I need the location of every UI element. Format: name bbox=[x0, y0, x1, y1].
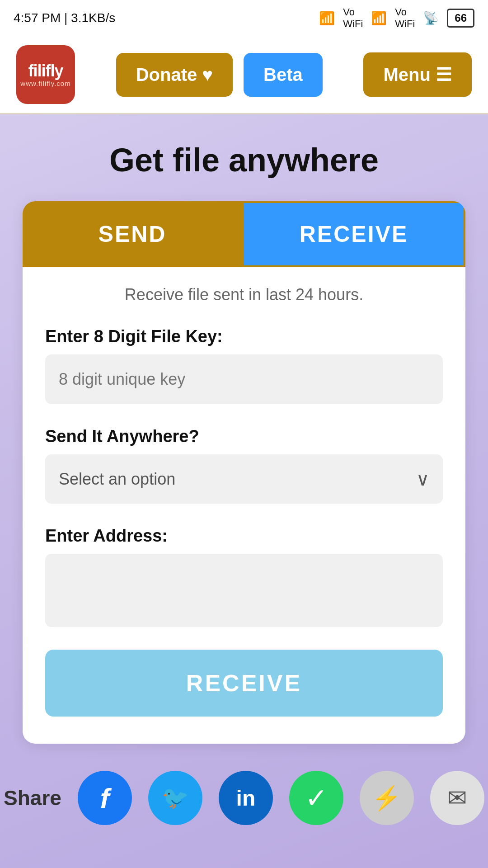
battery-indicator: 66 bbox=[447, 9, 474, 28]
main-content: Get file anywhere SEND RECEIVE Receive f… bbox=[0, 114, 488, 868]
vo-wifi2-label: VoWiFi bbox=[395, 6, 415, 30]
email-icon: ✉ bbox=[447, 784, 467, 811]
form-subtitle: Receive file sent in last 24 hours. bbox=[45, 285, 443, 304]
signal2-icon: 📶 bbox=[371, 11, 387, 26]
vo-wifi-label: VoWiFi bbox=[343, 6, 363, 30]
whatsapp-icon: ✓ bbox=[305, 782, 328, 814]
share-label: Share bbox=[4, 786, 61, 810]
messenger-share-button[interactable]: ⚡ bbox=[360, 771, 414, 825]
menu-button[interactable]: Menu ☰ bbox=[363, 52, 472, 97]
whatsapp-share-button[interactable]: ✓ bbox=[289, 771, 343, 825]
wifi-icon: 📡 bbox=[423, 11, 439, 26]
receive-button[interactable]: RECEIVE bbox=[45, 650, 443, 717]
facebook-share-button[interactable]: f bbox=[78, 771, 132, 825]
status-bar-right: 📶 VoWiFi 📶 VoWiFi 📡 66 bbox=[319, 6, 474, 30]
messenger-icon: ⚡ bbox=[372, 784, 401, 812]
donate-button[interactable]: Donate ♥ bbox=[116, 53, 233, 97]
send-anywhere-field-group: Send It Anywhere? Select an option Email… bbox=[45, 427, 443, 504]
linkedin-icon: in bbox=[236, 786, 256, 811]
address-input[interactable] bbox=[45, 554, 443, 627]
email-share-button[interactable]: ✉ bbox=[430, 771, 484, 825]
send-anywhere-label: Send It Anywhere? bbox=[45, 427, 443, 446]
logo-text: filifly bbox=[28, 62, 63, 80]
status-bar: 4:57 PM | 3.1KB/s 📶 VoWiFi 📶 VoWiFi 📡 66 bbox=[0, 0, 488, 36]
file-key-field-group: Enter 8 Digit File Key: bbox=[45, 327, 443, 427]
form-area: Receive file sent in last 24 hours. Ente… bbox=[23, 285, 465, 717]
beta-button[interactable]: Beta bbox=[244, 53, 323, 97]
tab-receive[interactable]: RECEIVE bbox=[242, 201, 465, 267]
logo[interactable]: filifly www.filifly.com bbox=[16, 45, 75, 104]
address-label: Enter Address: bbox=[45, 526, 443, 546]
file-key-input[interactable] bbox=[45, 354, 443, 404]
signal-icon: 📶 bbox=[319, 11, 335, 26]
select-wrapper: Select an option Email WhatsApp Telegram… bbox=[45, 454, 443, 504]
linkedin-share-button[interactable]: in bbox=[219, 771, 273, 825]
address-field-group: Enter Address: bbox=[45, 526, 443, 650]
share-section: Share f 🐦 in ✓ ⚡ ✉ bbox=[4, 744, 484, 861]
status-time: 4:57 PM | 3.1KB/s bbox=[14, 11, 115, 25]
page-title: Get file anywhere bbox=[109, 142, 379, 179]
facebook-icon: f bbox=[100, 782, 110, 814]
navbar: filifly www.filifly.com Donate ♥ Beta Me… bbox=[0, 36, 488, 114]
status-bar-left: 4:57 PM | 3.1KB/s bbox=[14, 11, 115, 25]
file-key-label: Enter 8 Digit File Key: bbox=[45, 327, 443, 346]
twitter-share-button[interactable]: 🐦 bbox=[148, 771, 202, 825]
tab-send[interactable]: SEND bbox=[23, 201, 242, 267]
main-card: SEND RECEIVE Receive file sent in last 2… bbox=[23, 201, 465, 744]
send-option-select[interactable]: Select an option Email WhatsApp Telegram… bbox=[45, 454, 443, 504]
logo-sub: www.filifly.com bbox=[20, 80, 70, 87]
nav-buttons: Donate ♥ Beta bbox=[116, 53, 323, 97]
twitter-icon: 🐦 bbox=[162, 785, 189, 811]
tab-switcher: SEND RECEIVE bbox=[23, 201, 465, 267]
